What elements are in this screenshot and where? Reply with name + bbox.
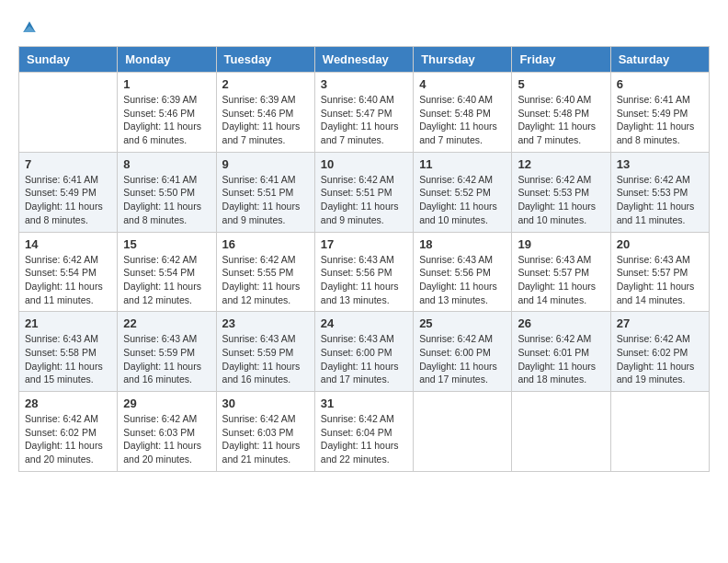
day-number: 9 xyxy=(222,157,309,171)
calendar-cell: 1Sunrise: 6:39 AMSunset: 5:46 PMDaylight… xyxy=(118,73,216,153)
day-number: 5 xyxy=(518,77,604,91)
day-info: Sunrise: 6:43 AMSunset: 5:56 PMDaylight:… xyxy=(419,253,506,307)
calendar-cell: 11Sunrise: 6:42 AMSunset: 5:52 PMDayligh… xyxy=(414,152,512,232)
logo xyxy=(18,18,39,37)
calendar-cell: 6Sunrise: 6:41 AMSunset: 5:49 PMDaylight… xyxy=(610,73,709,153)
day-info: Sunrise: 6:43 AMSunset: 5:57 PMDaylight:… xyxy=(617,253,703,307)
page-header xyxy=(18,18,710,37)
day-info: Sunrise: 6:41 AMSunset: 5:51 PMDaylight:… xyxy=(222,173,309,227)
day-number: 20 xyxy=(617,237,703,251)
calendar-cell: 30Sunrise: 6:42 AMSunset: 6:03 PMDayligh… xyxy=(216,392,314,472)
day-number: 31 xyxy=(321,396,407,410)
calendar-cell: 10Sunrise: 6:42 AMSunset: 5:51 PMDayligh… xyxy=(314,152,413,232)
day-number: 19 xyxy=(518,237,604,251)
week-row-2: 7Sunrise: 6:41 AMSunset: 5:49 PMDaylight… xyxy=(19,152,710,232)
calendar-cell: 25Sunrise: 6:42 AMSunset: 6:00 PMDayligh… xyxy=(414,312,512,392)
day-number: 6 xyxy=(617,77,703,91)
header-saturday: Saturday xyxy=(610,47,709,73)
calendar-cell: 12Sunrise: 6:42 AMSunset: 5:53 PMDayligh… xyxy=(512,152,610,232)
calendar-cell: 9Sunrise: 6:41 AMSunset: 5:51 PMDaylight… xyxy=(216,152,314,232)
day-info: Sunrise: 6:41 AMSunset: 5:50 PMDaylight:… xyxy=(123,173,210,227)
calendar-cell: 7Sunrise: 6:41 AMSunset: 5:49 PMDaylight… xyxy=(19,152,118,232)
calendar-cell xyxy=(19,73,118,153)
day-info: Sunrise: 6:42 AMSunset: 5:52 PMDaylight:… xyxy=(419,173,506,227)
calendar-cell: 20Sunrise: 6:43 AMSunset: 5:57 PMDayligh… xyxy=(610,232,709,312)
day-number: 10 xyxy=(321,157,407,171)
calendar-cell: 13Sunrise: 6:42 AMSunset: 5:53 PMDayligh… xyxy=(610,152,709,232)
day-info: Sunrise: 6:39 AMSunset: 5:46 PMDaylight:… xyxy=(123,93,210,147)
week-row-3: 14Sunrise: 6:42 AMSunset: 5:54 PMDayligh… xyxy=(19,232,710,312)
logo-icon xyxy=(20,18,39,37)
calendar-cell: 14Sunrise: 6:42 AMSunset: 5:54 PMDayligh… xyxy=(19,232,118,312)
calendar-cell: 22Sunrise: 6:43 AMSunset: 5:59 PMDayligh… xyxy=(118,312,216,392)
day-number: 8 xyxy=(123,157,210,171)
calendar-cell: 4Sunrise: 6:40 AMSunset: 5:48 PMDaylight… xyxy=(414,73,512,153)
day-number: 16 xyxy=(222,237,309,251)
calendar-cell: 5Sunrise: 6:40 AMSunset: 5:48 PMDaylight… xyxy=(512,73,610,153)
day-info: Sunrise: 6:40 AMSunset: 5:47 PMDaylight:… xyxy=(321,93,407,147)
day-info: Sunrise: 6:42 AMSunset: 5:53 PMDaylight:… xyxy=(518,173,604,227)
day-number: 26 xyxy=(518,316,604,330)
calendar-header: SundayMondayTuesdayWednesdayThursdayFrid… xyxy=(19,47,710,73)
calendar-cell: 15Sunrise: 6:42 AMSunset: 5:54 PMDayligh… xyxy=(118,232,216,312)
day-number: 1 xyxy=(123,77,210,91)
day-info: Sunrise: 6:42 AMSunset: 5:54 PMDaylight:… xyxy=(123,253,210,307)
day-info: Sunrise: 6:42 AMSunset: 6:03 PMDaylight:… xyxy=(222,412,309,466)
day-number: 12 xyxy=(518,157,604,171)
day-info: Sunrise: 6:43 AMSunset: 5:57 PMDaylight:… xyxy=(518,253,604,307)
calendar-cell xyxy=(512,392,610,472)
calendar-cell: 24Sunrise: 6:43 AMSunset: 6:00 PMDayligh… xyxy=(314,312,413,392)
day-info: Sunrise: 6:41 AMSunset: 5:49 PMDaylight:… xyxy=(617,93,703,147)
day-info: Sunrise: 6:43 AMSunset: 5:56 PMDaylight:… xyxy=(321,253,407,307)
day-number: 15 xyxy=(123,237,210,251)
day-number: 14 xyxy=(25,237,111,251)
day-number: 29 xyxy=(123,396,210,410)
calendar-cell: 27Sunrise: 6:42 AMSunset: 6:02 PMDayligh… xyxy=(610,312,709,392)
day-number: 3 xyxy=(321,77,407,91)
day-number: 11 xyxy=(419,157,506,171)
calendar-cell: 18Sunrise: 6:43 AMSunset: 5:56 PMDayligh… xyxy=(414,232,512,312)
calendar-cell: 23Sunrise: 6:43 AMSunset: 5:59 PMDayligh… xyxy=(216,312,314,392)
day-info: Sunrise: 6:42 AMSunset: 6:04 PMDaylight:… xyxy=(321,412,407,466)
week-row-5: 28Sunrise: 6:42 AMSunset: 6:02 PMDayligh… xyxy=(19,392,710,472)
header-monday: Monday xyxy=(118,47,216,73)
calendar-cell: 2Sunrise: 6:39 AMSunset: 5:46 PMDaylight… xyxy=(216,73,314,153)
day-number: 23 xyxy=(222,316,309,330)
day-info: Sunrise: 6:43 AMSunset: 5:59 PMDaylight:… xyxy=(123,332,210,386)
calendar-cell: 31Sunrise: 6:42 AMSunset: 6:04 PMDayligh… xyxy=(314,392,413,472)
day-info: Sunrise: 6:42 AMSunset: 5:53 PMDaylight:… xyxy=(617,173,703,227)
calendar-cell: 28Sunrise: 6:42 AMSunset: 6:02 PMDayligh… xyxy=(19,392,118,472)
header-wednesday: Wednesday xyxy=(314,47,413,73)
day-number: 22 xyxy=(123,316,210,330)
day-number: 30 xyxy=(222,396,309,410)
header-sunday: Sunday xyxy=(19,47,118,73)
day-info: Sunrise: 6:41 AMSunset: 5:49 PMDaylight:… xyxy=(25,173,111,227)
calendar-cell: 19Sunrise: 6:43 AMSunset: 5:57 PMDayligh… xyxy=(512,232,610,312)
header-thursday: Thursday xyxy=(414,47,512,73)
day-info: Sunrise: 6:42 AMSunset: 5:54 PMDaylight:… xyxy=(25,253,111,307)
day-info: Sunrise: 6:42 AMSunset: 6:02 PMDaylight:… xyxy=(617,332,703,386)
calendar-table: SundayMondayTuesdayWednesdayThursdayFrid… xyxy=(18,46,710,472)
calendar-cell: 16Sunrise: 6:42 AMSunset: 5:55 PMDayligh… xyxy=(216,232,314,312)
day-info: Sunrise: 6:43 AMSunset: 5:59 PMDaylight:… xyxy=(222,332,309,386)
calendar-body: 1Sunrise: 6:39 AMSunset: 5:46 PMDaylight… xyxy=(19,73,710,472)
day-info: Sunrise: 6:42 AMSunset: 6:03 PMDaylight:… xyxy=(123,412,210,466)
day-info: Sunrise: 6:42 AMSunset: 6:02 PMDaylight:… xyxy=(25,412,111,466)
week-row-1: 1Sunrise: 6:39 AMSunset: 5:46 PMDaylight… xyxy=(19,73,710,153)
day-number: 21 xyxy=(25,316,111,330)
day-number: 24 xyxy=(321,316,407,330)
day-info: Sunrise: 6:42 AMSunset: 5:55 PMDaylight:… xyxy=(222,253,309,307)
day-number: 4 xyxy=(419,77,506,91)
header-friday: Friday xyxy=(512,47,610,73)
day-info: Sunrise: 6:40 AMSunset: 5:48 PMDaylight:… xyxy=(419,93,506,147)
header-row: SundayMondayTuesdayWednesdayThursdayFrid… xyxy=(19,47,710,73)
week-row-4: 21Sunrise: 6:43 AMSunset: 5:58 PMDayligh… xyxy=(19,312,710,392)
header-tuesday: Tuesday xyxy=(216,47,314,73)
calendar-cell: 8Sunrise: 6:41 AMSunset: 5:50 PMDaylight… xyxy=(118,152,216,232)
day-number: 17 xyxy=(321,237,407,251)
day-number: 13 xyxy=(617,157,703,171)
calendar-cell: 29Sunrise: 6:42 AMSunset: 6:03 PMDayligh… xyxy=(118,392,216,472)
day-info: Sunrise: 6:43 AMSunset: 6:00 PMDaylight:… xyxy=(321,332,407,386)
day-number: 28 xyxy=(25,396,111,410)
day-info: Sunrise: 6:39 AMSunset: 5:46 PMDaylight:… xyxy=(222,93,309,147)
